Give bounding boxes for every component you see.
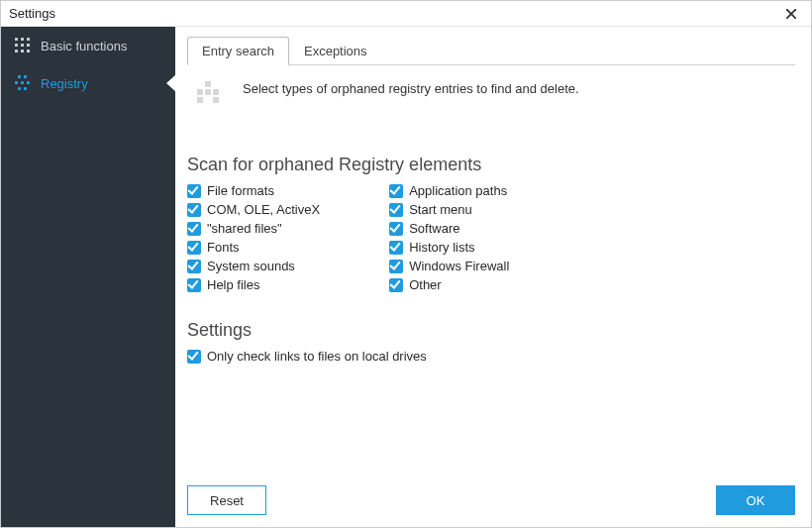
intro-text: Select types of orphaned registry entrie… — [243, 81, 579, 96]
tab-exceptions[interactable]: Exceptions — [289, 37, 382, 64]
check-windows-firewall[interactable]: Windows Firewall — [389, 259, 509, 273]
scan-checkboxes: File formats COM, OLE, ActiveX "shared f… — [187, 183, 795, 292]
check-start-menu[interactable]: Start menu — [389, 202, 509, 217]
check-other[interactable]: Other — [389, 277, 509, 292]
main-layout: Basic functions Registry Entry search Ex… — [1, 27, 811, 527]
tab-entry-search[interactable]: Entry search — [187, 37, 289, 64]
scan-heading: Scan for orphaned Registry elements — [187, 155, 795, 175]
check-label: File formats — [207, 183, 274, 198]
sidebar-item-label: Basic functions — [41, 39, 127, 53]
checkbox-icon — [389, 184, 403, 198]
sidebar-item-registry[interactable]: Registry — [1, 64, 175, 102]
scan-col-left: File formats COM, OLE, ActiveX "shared f… — [187, 183, 320, 292]
checkbox-icon — [389, 278, 403, 292]
reset-button[interactable]: Reset — [187, 485, 266, 515]
check-label: "shared files" — [207, 221, 282, 236]
sidebar: Basic functions Registry — [1, 27, 175, 527]
check-label: Application paths — [409, 183, 507, 198]
close-button[interactable] — [779, 4, 803, 24]
orphaned-entries-icon — [197, 81, 227, 111]
check-label: Windows Firewall — [409, 259, 509, 273]
sidebar-item-label: Registry — [41, 76, 88, 91]
check-label: Start menu — [409, 202, 472, 217]
ok-button[interactable]: OK — [716, 485, 795, 515]
check-label: Other — [409, 277, 442, 292]
check-label: Software — [409, 221, 459, 236]
titlebar: Settings — [1, 1, 811, 27]
checkbox-icon — [389, 222, 403, 236]
settings-checkboxes: Only check links to files on local drive… — [187, 349, 795, 364]
checkbox-icon — [389, 241, 403, 255]
check-label: COM, OLE, ActiveX — [207, 202, 320, 217]
checkbox-icon — [187, 241, 201, 255]
footer-buttons: Reset OK — [187, 475, 795, 515]
check-file-formats[interactable]: File formats — [187, 183, 320, 198]
tabbar: Entry search Exceptions — [187, 37, 795, 65]
window-title: Settings — [9, 6, 55, 21]
close-icon — [786, 9, 796, 19]
check-label: History lists — [409, 240, 474, 255]
checkbox-icon — [187, 184, 201, 198]
check-com-ole-activex[interactable]: COM, OLE, ActiveX — [187, 202, 320, 217]
check-local-drives-only[interactable]: Only check links to files on local drive… — [187, 349, 795, 364]
check-label: Help files — [207, 277, 259, 292]
check-label: Fonts — [207, 240, 240, 255]
checkbox-icon — [187, 203, 201, 217]
content-pane: Entry search Exceptions Select types of … — [175, 27, 811, 527]
check-label: Only check links to files on local drive… — [207, 349, 427, 364]
intro-row: Select types of orphaned registry entrie… — [197, 81, 795, 111]
checkbox-icon — [389, 203, 403, 217]
checkbox-icon — [187, 278, 201, 292]
check-software[interactable]: Software — [389, 221, 509, 236]
sidebar-item-basic-functions[interactable]: Basic functions — [1, 27, 175, 64]
registry-icon — [15, 75, 31, 91]
scan-col-right: Application paths Start menu Software Hi… — [389, 183, 509, 292]
check-help-files[interactable]: Help files — [187, 277, 320, 292]
checkbox-icon — [187, 350, 201, 364]
settings-heading: Settings — [187, 320, 795, 341]
check-history-lists[interactable]: History lists — [389, 240, 509, 255]
check-fonts[interactable]: Fonts — [187, 240, 320, 255]
checkbox-icon — [389, 260, 403, 273]
checkbox-icon — [187, 222, 201, 236]
check-label: System sounds — [207, 259, 295, 273]
check-system-sounds[interactable]: System sounds — [187, 259, 320, 273]
check-shared-files[interactable]: "shared files" — [187, 221, 320, 236]
check-application-paths[interactable]: Application paths — [389, 183, 509, 198]
grid-icon — [15, 38, 31, 53]
checkbox-icon — [187, 260, 201, 273]
